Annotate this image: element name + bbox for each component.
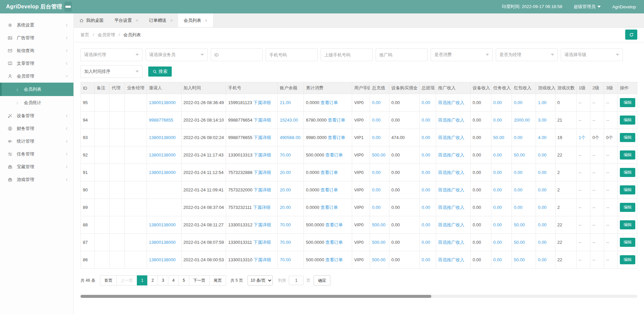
refresh-button[interactable] (625, 30, 637, 40)
inviter-link[interactable]: 9988776655 (149, 118, 173, 123)
edit-button[interactable]: 编辑 (620, 185, 635, 194)
promo-income-filter-link[interactable]: 筛选推广收入 (438, 135, 464, 140)
recharge-link[interactable]: 0.00 (372, 100, 380, 105)
view-order-link[interactable]: 查看订单 (321, 205, 338, 210)
edit-button[interactable]: 编辑 (620, 220, 635, 229)
promo-code-input[interactable] (376, 48, 428, 61)
edit-button[interactable]: 编辑 (620, 150, 635, 160)
username[interactable]: AgriDevelop (612, 4, 636, 9)
salesman-select[interactable]: 请选择业务员 (146, 48, 208, 61)
sidebar-item-finance-management[interactable]: 财务管理 (0, 122, 73, 135)
inviter-link[interactable]: 13800138000 (149, 152, 176, 158)
redpacket-income-link[interactable]: 0.00 (514, 100, 522, 105)
withdraw-link[interactable]: 0.00 (422, 100, 430, 105)
consumed-select[interactable]: 是否消费 (431, 48, 493, 61)
task-income-link[interactable]: 0.00 (493, 187, 502, 192)
page-next-button[interactable]: 下一页 (189, 275, 210, 285)
breadcrumb-member-mgmt[interactable]: 会员管理 (98, 32, 115, 37)
edit-button[interactable]: 编辑 (620, 238, 635, 247)
recharge-link[interactable]: 500.00 (372, 257, 385, 262)
promo-income-filter-link[interactable]: 筛选推广收入 (438, 222, 464, 227)
recharge-link[interactable]: 0.00 (372, 205, 380, 210)
tab-my-desktop[interactable]: 我的桌面 (74, 13, 109, 27)
sidebar-toggle-button[interactable] (64, 2, 72, 12)
close-icon[interactable]: × (205, 18, 207, 23)
balance-link[interactable]: 70.00 (280, 222, 291, 227)
balance-link[interactable]: 20.00 (280, 187, 291, 192)
edit-button[interactable]: 编辑 (620, 116, 635, 125)
view-order-link[interactable]: 查看订单 (325, 240, 343, 245)
edit-button[interactable]: 编辑 (620, 98, 635, 107)
tab-platform-settings[interactable]: 平台设置× (109, 13, 144, 27)
game-income-link[interactable]: 1.00 (538, 100, 546, 105)
game-income-link[interactable]: 3.00 (538, 118, 546, 123)
task-income-link[interactable]: 0.00 (493, 205, 502, 210)
inviter-link[interactable]: 13800138000 (149, 257, 176, 262)
recharge-link[interactable]: 0.00 (372, 135, 380, 140)
redpacket-income-link[interactable]: 0.00 (514, 205, 522, 210)
subordinate-detail-link[interactable]: 下属详细 (254, 187, 271, 192)
subordinate-detail-link[interactable]: 下属详细 (254, 118, 271, 123)
level-select[interactable]: 请选择等级 (561, 48, 623, 61)
task-income-link[interactable]: 0.00 (493, 240, 502, 245)
recharge-link[interactable]: 0.00 (372, 118, 380, 123)
game-income-link[interactable]: 0.00 (538, 205, 546, 210)
sidebar-item-member-list[interactable]: 会员列表 (0, 83, 73, 96)
redpacket-income-link[interactable]: 50.00 (514, 240, 525, 245)
sidebar-item-device-management[interactable]: 设备管理 (0, 109, 73, 122)
promo-income-filter-link[interactable]: 筛选推广收入 (438, 257, 464, 262)
recharge-link[interactable]: 500.00 (372, 152, 385, 158)
view-order-link[interactable]: 查看订单 (321, 170, 338, 175)
phone-input[interactable] (266, 48, 318, 61)
task-income-link[interactable]: 0.00 (493, 118, 502, 123)
page-number-1[interactable]: 1 (137, 275, 148, 285)
page-first-button[interactable]: 首页 (100, 275, 117, 285)
inviter-link[interactable]: 13800138000 (149, 222, 176, 227)
view-order-link[interactable]: 查看订单 (328, 135, 345, 140)
view-order-link[interactable]: 查看订单 (325, 152, 343, 158)
sidebar-item-sms-query[interactable]: 短信查询 (0, 44, 73, 57)
promo-income-filter-link[interactable]: 筛选推广收入 (438, 152, 464, 158)
sidebar-item-member-stats[interactable]: 会员统计 (0, 96, 73, 109)
inviter-link[interactable]: 13800138000 (149, 135, 176, 140)
goto-page-input[interactable] (289, 276, 304, 285)
level1-count-link[interactable]: 1个 (579, 135, 585, 140)
redpacket-income-link[interactable]: 50.00 (514, 222, 525, 227)
edit-button[interactable]: 编辑 (620, 168, 635, 177)
game-income-link[interactable]: 0.00 (538, 187, 546, 192)
subordinate-detail-link[interactable]: 下属详细 (254, 135, 271, 140)
view-order-link[interactable]: 查看订单 (321, 187, 338, 192)
tab-member-list[interactable]: 会员列表× (178, 13, 213, 27)
id-input[interactable] (211, 48, 263, 61)
promo-income-filter-link[interactable]: 筛选推广收入 (438, 187, 464, 192)
page-last-button[interactable]: 尾页 (209, 275, 226, 285)
role-menu[interactable]: 超级管理员 (574, 4, 601, 10)
balance-link[interactable]: 15243.00 (280, 118, 298, 123)
balance-link[interactable]: 21.00 (280, 100, 291, 105)
recharge-link[interactable]: 500.00 (372, 222, 385, 227)
subordinate-detail-link[interactable]: 下属详细 (253, 205, 270, 210)
sidebar-item-task-management[interactable]: 任务管理 (0, 148, 73, 161)
view-order-link[interactable]: 查看订单 (328, 118, 345, 123)
withdraw-link[interactable]: 0.00 (422, 118, 430, 123)
parent-phone-input[interactable] (321, 48, 373, 61)
subordinate-detail-link[interactable]: 下属详细 (253, 100, 271, 105)
withdraw-link[interactable]: 0.00 (422, 240, 430, 245)
balance-link[interactable]: 20.00 (280, 170, 291, 175)
scrollbar-thumb[interactable] (80, 295, 431, 298)
game-income-link[interactable]: 4.00 (538, 135, 546, 140)
balance-link[interactable]: 20.00 (280, 205, 291, 210)
balance-link[interactable]: 490568.00 (280, 135, 300, 140)
game-income-link[interactable]: 0.00 (538, 152, 546, 158)
page-size-select[interactable]: 10 条/页 (248, 275, 273, 285)
task-income-link[interactable]: 0.00 (493, 152, 502, 158)
close-icon[interactable]: × (136, 18, 138, 23)
inviter-link[interactable]: 13800138000 (149, 100, 176, 105)
recharge-link[interactable]: 0.00 (372, 170, 380, 175)
tab-order-gift[interactable]: 订单赠送× (144, 13, 178, 27)
task-income-link[interactable]: 0.00 (493, 170, 502, 175)
edit-button[interactable]: 编辑 (620, 255, 635, 264)
game-income-link[interactable]: 0.00 (538, 257, 546, 262)
is-manager-select[interactable]: 是否为经理 (496, 48, 558, 61)
recharge-link[interactable]: 500.00 (372, 240, 385, 245)
